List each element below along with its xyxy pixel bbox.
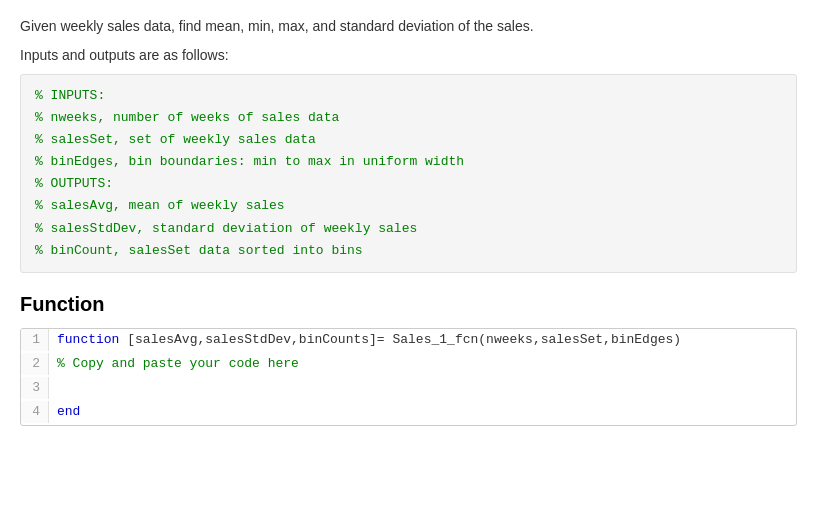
io-line-2: % nweeks, number of weeks of sales data	[35, 107, 782, 129]
io-code-block: % INPUTS: % nweeks, number of weeks of s…	[20, 74, 797, 273]
line-number-2: 2	[21, 353, 49, 375]
line-content-2: % Copy and paste your code here	[49, 353, 796, 375]
editor-line-4: 4 end	[21, 401, 796, 425]
line-content-1: function [salesAvg,salesStdDev,binCounts…	[49, 329, 796, 351]
line-content-4: end	[49, 401, 796, 423]
editor-line-3: 3	[21, 377, 796, 401]
line-number-1: 1	[21, 329, 49, 351]
io-line-3: % salesSet, set of weekly sales data	[35, 129, 782, 151]
io-line-6: % salesAvg, mean of weekly sales	[35, 195, 782, 217]
io-line-4: % binEdges, bin boundaries: min to max i…	[35, 151, 782, 173]
editor-line-1: 1 function [salesAvg,salesStdDev,binCoun…	[21, 329, 796, 353]
description-line2: Inputs and outputs are as follows:	[20, 45, 797, 66]
line-number-3: 3	[21, 377, 49, 399]
io-line-7: % salesStdDev, standard deviation of wee…	[35, 218, 782, 240]
description-line1: Given weekly sales data, find mean, min,…	[20, 16, 797, 37]
io-line-1: % INPUTS:	[35, 85, 782, 107]
io-line-8: % binCount, salesSet data sorted into bi…	[35, 240, 782, 262]
function-heading: Function	[20, 293, 797, 316]
io-line-5: % OUTPUTS:	[35, 173, 782, 195]
editor-line-2: 2 % Copy and paste your code here	[21, 353, 796, 377]
line-number-4: 4	[21, 401, 49, 423]
line-content-3	[49, 377, 796, 399]
code-editor[interactable]: 1 function [salesAvg,salesStdDev,binCoun…	[20, 328, 797, 426]
